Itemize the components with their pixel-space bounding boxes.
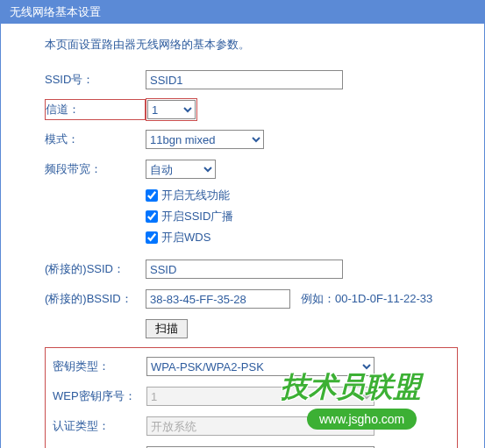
bridge-ssid-label: (桥接的)SSID：: [45, 261, 146, 277]
ssid-label: SSID号：: [45, 72, 146, 88]
bandwidth-select[interactable]: 自动: [146, 160, 216, 179]
bridge-bssid-input[interactable]: [146, 289, 290, 309]
enable-ssid-broadcast-checkbox[interactable]: [146, 210, 158, 223]
enable-wds-label: 开启WDS: [161, 230, 210, 245]
bandwidth-label: 频段带宽：: [45, 161, 146, 177]
ssid-input[interactable]: [146, 70, 343, 89]
wep-index-select: 1: [146, 387, 374, 406]
enable-ssid-broadcast-label: 开启SSID广播: [161, 209, 233, 224]
enable-wds-checkbox[interactable]: [146, 231, 158, 244]
page-description: 本页面设置路由器无线网络的基本参数。: [45, 37, 458, 53]
bssid-example: 例如：00-1D-0F-11-22-33: [301, 291, 432, 307]
enable-wireless-label: 开启无线功能: [161, 188, 230, 203]
enable-wireless-checkbox[interactable]: [146, 189, 158, 202]
mode-label: 模式：: [45, 132, 146, 147]
auth-type-label: 认证类型：: [53, 418, 146, 434]
wep-index-label: WEP密钥序号：: [53, 388, 146, 404]
auth-type-select: 开放系统: [146, 416, 374, 436]
channel-label: 信道：: [45, 99, 146, 120]
bridge-bssid-label: (桥接的)BSSID：: [45, 291, 146, 307]
channel-select[interactable]: 1: [147, 100, 196, 119]
key-type-select[interactable]: WPA-PSK/WPA2-PSK: [146, 357, 374, 376]
key-type-label: 密钥类型：: [53, 359, 146, 374]
title-bar: 无线网络基本设置: [1, 1, 484, 24]
bridge-ssid-input[interactable]: [146, 260, 343, 279]
security-section: 密钥类型： WPA-PSK/WPA2-PSK WEP密钥序号： 1 认证类型： …: [45, 347, 458, 448]
mode-select[interactable]: 11bgn mixed: [146, 130, 264, 149]
scan-button[interactable]: 扫描: [146, 319, 188, 338]
